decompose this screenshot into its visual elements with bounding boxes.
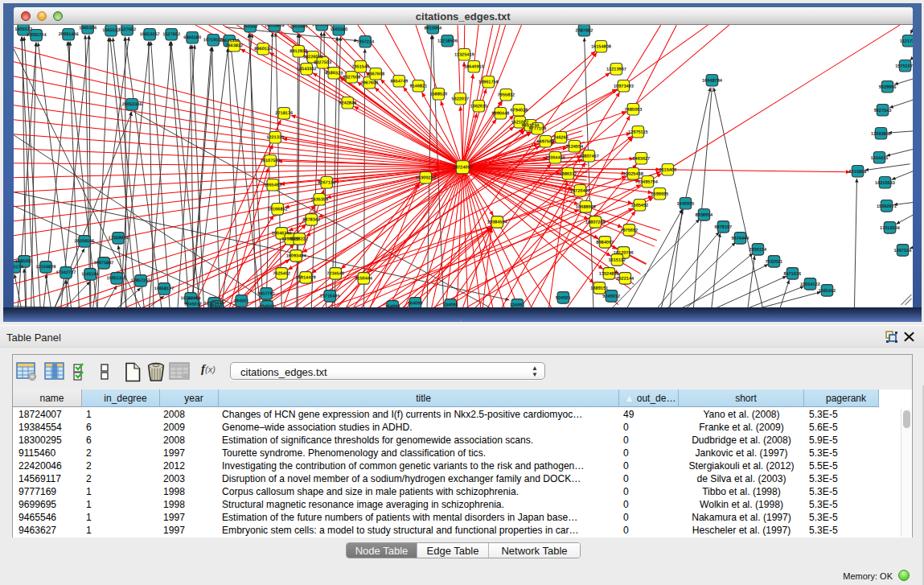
svg-text:5322037: 5322037: [451, 97, 469, 101]
svg-text:19384554: 19384554: [487, 220, 508, 225]
svg-text:7485063: 7485063: [625, 107, 643, 112]
svg-text:164093: 164093: [408, 301, 423, 306]
svg-text:1065326: 1065326: [79, 25, 97, 30]
svg-text:10688609: 10688609: [576, 204, 596, 209]
svg-text:7663822: 7663822: [225, 43, 243, 47]
svg-text:9227343: 9227343: [874, 108, 892, 113]
svg-text:1965493: 1965493: [264, 182, 281, 187]
svg-text:15716485: 15716485: [320, 293, 340, 298]
svg-text:9146821: 9146821: [409, 83, 427, 88]
svg-text:7625402: 7625402: [273, 270, 290, 275]
svg-text:1244415: 1244415: [871, 155, 889, 160]
svg-text:7351546: 7351546: [351, 64, 369, 68]
svg-text:5878342: 5878342: [302, 216, 320, 221]
svg-text:16210643: 16210643: [875, 180, 895, 185]
svg-text:16782759: 16782759: [181, 295, 201, 300]
svg-text:7632621: 7632621: [765, 259, 782, 264]
svg-text:16093484: 16093484: [286, 253, 307, 257]
svg-text:134091: 134091: [443, 303, 458, 307]
svg-text:8984067: 8984067: [596, 240, 614, 245]
svg-text:7234540: 7234540: [326, 270, 344, 275]
svg-text:9329966: 9329966: [879, 84, 897, 89]
svg-text:10958177: 10958177: [154, 286, 175, 290]
svg-text:13226058: 13226058: [303, 54, 323, 59]
svg-text:6497568: 6497568: [536, 139, 554, 144]
svg-text:9245012: 9245012: [602, 294, 620, 299]
svg-text:164094: 164094: [385, 304, 401, 307]
svg-text:20053346: 20053346: [122, 101, 142, 106]
svg-text:16033809: 16033809: [265, 25, 285, 27]
svg-text:20206555: 20206555: [75, 238, 95, 243]
svg-text:6966160: 6966160: [183, 35, 201, 39]
svg-text:8813054: 8813054: [424, 25, 442, 30]
svg-text:15692971: 15692971: [877, 204, 897, 208]
svg-text:1065412: 1065412: [818, 288, 836, 293]
svg-text:16648784: 16648784: [702, 78, 723, 83]
svg-text:17359924: 17359924: [109, 235, 129, 240]
svg-text:9150444: 9150444: [355, 276, 373, 281]
svg-text:15051315: 15051315: [107, 275, 127, 280]
svg-text:18640910: 18640910: [464, 64, 484, 68]
svg-text:8186323: 8186323: [325, 70, 343, 75]
svg-text:1405572: 1405572: [14, 27, 32, 31]
svg-text:9674444: 9674444: [731, 236, 749, 241]
svg-text:1527602: 1527602: [162, 31, 180, 36]
svg-text:11325419: 11325419: [454, 51, 474, 56]
svg-text:12093852: 12093852: [871, 131, 891, 136]
svg-text:6599695: 6599695: [651, 192, 668, 196]
svg-text:1685001: 1685001: [15, 258, 33, 263]
svg-text:10025438: 10025438: [623, 171, 643, 176]
svg-text:1435359: 1435359: [310, 196, 328, 201]
svg-text:9777109: 9777109: [528, 126, 546, 131]
svg-text:7975692: 7975692: [620, 228, 638, 233]
svg-text:19166852: 19166852: [268, 206, 288, 211]
svg-text:2522144: 2522144: [616, 276, 634, 281]
svg-text:7986372: 7986372: [559, 171, 577, 176]
svg-text:12156829: 12156829: [35, 264, 55, 269]
svg-text:9327508: 9327508: [343, 74, 360, 79]
svg-text:9242848: 9242848: [339, 100, 356, 105]
svg-text:8454749: 8454749: [390, 78, 408, 83]
svg-text:16033809: 16033809: [312, 25, 332, 27]
svg-text:194501: 194501: [234, 298, 249, 303]
svg-text:8215958: 8215958: [849, 169, 867, 174]
svg-text:9990448: 9990448: [491, 111, 509, 116]
svg-text:1603380: 1603380: [290, 25, 307, 28]
svg-text:8267130: 8267130: [318, 179, 335, 184]
svg-text:12975115: 12975115: [628, 130, 648, 134]
svg-text:9327503: 9327503: [314, 60, 331, 64]
svg-text:1603380: 1603380: [330, 27, 347, 31]
svg-text:8498222: 8498222: [290, 236, 308, 241]
svg-text:8471676: 8471676: [783, 271, 801, 276]
svg-text:17342717: 17342717: [55, 270, 76, 274]
svg-text:15300233: 15300233: [416, 175, 436, 180]
svg-text:30975887: 30975887: [94, 260, 114, 265]
svg-text:8938914: 8938914: [695, 212, 713, 217]
svg-text:124091: 124091: [510, 303, 525, 307]
svg-text:2935114: 2935114: [749, 247, 767, 252]
svg-text:3124554: 3124554: [565, 144, 584, 149]
svg-text:924501: 924501: [556, 295, 571, 300]
svg-text:1565492: 1565492: [630, 203, 648, 208]
svg-text:1065532: 1065532: [102, 27, 120, 32]
svg-text:3915174: 3915174: [14, 264, 24, 269]
svg-text:18724007: 18724007: [453, 165, 473, 170]
svg-text:10654122: 10654122: [800, 282, 820, 286]
svg-text:12213967: 12213967: [606, 67, 626, 72]
svg-text:17957255: 17957255: [131, 278, 151, 282]
svg-text:15720407: 15720407: [570, 188, 590, 193]
svg-text:16120746: 16120746: [614, 250, 634, 255]
svg-text:9457791: 9457791: [257, 290, 275, 295]
svg-text:2967608: 2967608: [360, 80, 378, 84]
svg-text:9245012: 9245012: [184, 301, 202, 306]
svg-text:1640935: 1640935: [676, 201, 694, 206]
svg-text:8960124: 8960124: [254, 46, 273, 51]
svg-text:10046746: 10046746: [272, 230, 292, 235]
svg-text:7357224: 7357224: [356, 39, 375, 43]
svg-text:2087682: 2087682: [576, 28, 593, 33]
svg-text:1362615: 1362615: [470, 104, 487, 109]
svg-text:134501: 134501: [260, 303, 275, 307]
svg-text:1145194: 1145194: [81, 271, 99, 276]
svg-text:10653267: 10653267: [140, 31, 160, 36]
svg-text:16107552: 16107552: [261, 158, 281, 163]
